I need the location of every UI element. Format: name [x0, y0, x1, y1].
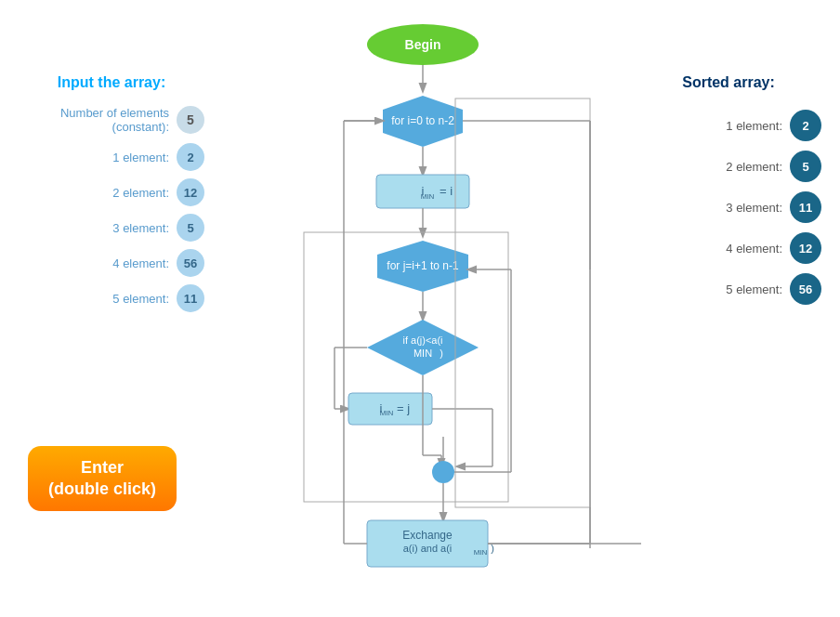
- sorted-value-5: 56: [790, 273, 821, 305]
- element-row-2: 2 element: 12: [19, 178, 204, 206]
- sorted-array-title: Sorted array:: [636, 74, 821, 91]
- element-row-1: 1 element: 2: [19, 143, 204, 171]
- element-row-5: 5 element: 11: [19, 284, 204, 312]
- begin-label: Begin: [405, 37, 441, 52]
- sorted-value-3: 11: [790, 191, 821, 223]
- for-inner-label: for j=i+1 to n-1: [387, 259, 459, 272]
- element-label-5: 5 element:: [112, 292, 169, 306]
- imin-i-eq: = i: [440, 184, 453, 198]
- input-panel-title: Input the array:: [19, 74, 204, 91]
- for-outer-label: for i=0 to n-2: [391, 114, 454, 127]
- sorted-label-1: 1 element:: [726, 119, 782, 133]
- condition-label2: MIN: [413, 348, 432, 359]
- element-value-4[interactable]: 56: [177, 249, 204, 277]
- imin-j-sub: MIN: [380, 409, 394, 417]
- condition-label3: ): [440, 348, 443, 359]
- num-elements-value[interactable]: 5: [177, 106, 204, 134]
- exchange-paren: ): [491, 543, 494, 554]
- sorted-label-4: 4 element:: [726, 242, 782, 256]
- enter-button[interactable]: Enter (double click): [28, 446, 177, 511]
- element-value-5[interactable]: 11: [177, 284, 204, 312]
- sorted-row-5: 5 element: 56: [636, 273, 821, 305]
- element-label-4: 4 element:: [112, 256, 169, 270]
- sorted-value-4: 12: [790, 232, 821, 264]
- flowchart: Begin for i=0 to n-2 i MIN = i for j=i+1…: [204, 9, 641, 604]
- num-elements-label: Number of elements(constant):: [60, 106, 169, 134]
- element-row-3: 3 element: 5: [19, 214, 204, 242]
- exchange-label1: Exchange: [402, 529, 453, 542]
- enter-label-2: (double click): [48, 479, 156, 500]
- element-value-3[interactable]: 5: [177, 214, 204, 242]
- imin-i-sub: MIN: [421, 192, 435, 201]
- condition-label: if a(j)<a(i: [402, 335, 442, 346]
- element-label-3: 3 element:: [112, 221, 169, 235]
- num-elements-row: Number of elements(constant): 5: [19, 106, 204, 134]
- outer-loop-rect: [455, 98, 590, 507]
- sorted-value-2: 5: [790, 151, 821, 182]
- sorted-row-2: 2 element: 5: [636, 151, 821, 182]
- left-panel: Input the array: Number of elements(cons…: [19, 74, 204, 320]
- sorted-value-1: 2: [790, 110, 821, 141]
- sorted-label-3: 3 element:: [726, 201, 782, 215]
- exchange-sub: MIN: [474, 548, 488, 557]
- exchange-label2: a(i) and a(i: [403, 543, 453, 554]
- join-circle: [432, 461, 454, 483]
- sorted-label-2: 2 element:: [726, 160, 782, 174]
- flowchart-svg: Begin for i=0 to n-2 i MIN = i for j=i+1…: [204, 9, 641, 604]
- element-value-2[interactable]: 12: [177, 178, 204, 206]
- sorted-row-3: 3 element: 11: [636, 191, 821, 223]
- imin-j-eq: = j: [397, 401, 410, 415]
- enter-label-1: Enter: [81, 457, 124, 479]
- right-panel: Sorted array: 1 element: 2 2 element: 5 …: [636, 74, 821, 314]
- element-label-2: 2 element:: [112, 186, 169, 200]
- sorted-row-4: 4 element: 12: [636, 232, 821, 264]
- element-label-1: 1 element:: [112, 151, 169, 164]
- sorted-row-1: 1 element: 2: [636, 110, 821, 141]
- element-value-1[interactable]: 2: [177, 143, 204, 171]
- sorted-label-5: 5 element:: [726, 282, 782, 296]
- element-row-4: 4 element: 56: [19, 249, 204, 277]
